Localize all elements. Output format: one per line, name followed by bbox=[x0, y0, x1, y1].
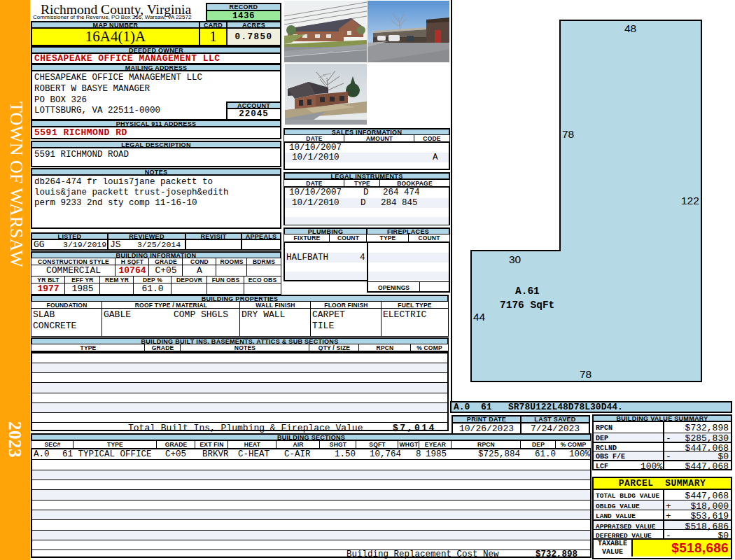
svg-text:78: 78 bbox=[562, 128, 574, 140]
svg-text:78: 78 bbox=[580, 368, 592, 380]
svg-text:48: 48 bbox=[624, 22, 636, 34]
svg-text:122: 122 bbox=[681, 195, 699, 206]
svg-text:44: 44 bbox=[473, 311, 486, 323]
svg-text:7176 SqFt: 7176 SqFt bbox=[500, 300, 554, 311]
svg-text:30: 30 bbox=[509, 253, 522, 265]
svg-text:A.61: A.61 bbox=[515, 286, 540, 297]
